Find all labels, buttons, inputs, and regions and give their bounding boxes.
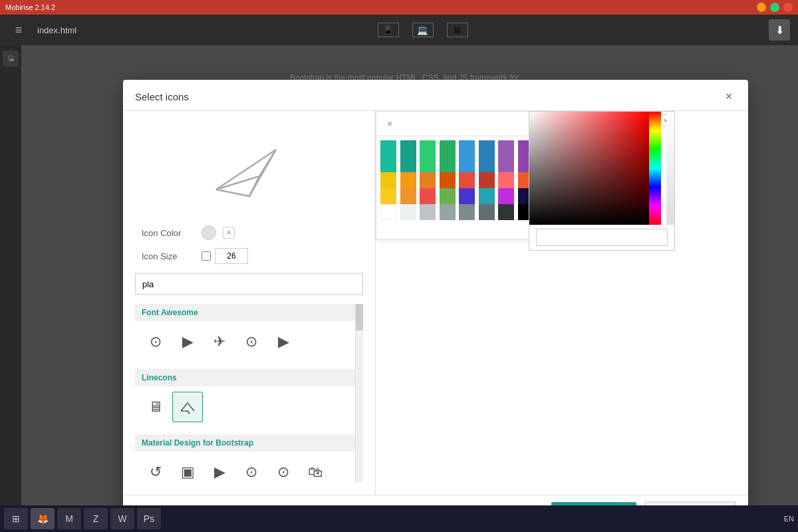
color-swatch[interactable] (459, 156, 475, 172)
icon-color-control: Icon Color × (142, 225, 356, 240)
search-input[interactable] (135, 273, 363, 295)
mobile-view-button[interactable]: 📱 (378, 23, 399, 37)
color-swatch[interactable] (459, 140, 475, 156)
color-swatch[interactable] (420, 204, 436, 220)
browser-taskbar-item[interactable]: 🦊 (31, 508, 55, 529)
color-swatch[interactable] (400, 188, 416, 204)
color-swatch[interactable] (479, 204, 495, 220)
left-panel: Icon Color × Icon Size (123, 111, 376, 495)
svg-line-1 (188, 411, 190, 414)
insert-icon-button[interactable]: INSERT ICON (551, 502, 636, 505)
color-swatch[interactable] (420, 172, 436, 188)
view-controls: 📱 💻 🖥 (84, 23, 761, 37)
color-swatch[interactable] (420, 188, 436, 204)
word-taskbar-item[interactable]: W (110, 508, 134, 529)
color-swatch[interactable] (459, 188, 475, 204)
font-awesome-icons: ⊙ ▶ ✈ ⊙ ▶ (135, 321, 355, 362)
material-design-section: Material Design for Bootstrap ↺ ▣ ▶ ⊙ ⊙ … (135, 434, 355, 483)
color-swatch[interactable] (380, 140, 396, 156)
color-swatch[interactable] (380, 172, 396, 188)
color-swatch[interactable] (420, 156, 436, 172)
svg-rect-3 (529, 112, 649, 225)
ps-taskbar-item[interactable]: Ps (137, 508, 161, 529)
color-swatch[interactable] (440, 204, 456, 220)
icon-cell[interactable]: ⊙ (268, 457, 299, 483)
tablet-view-button[interactable]: 💻 (412, 23, 434, 37)
color-swatch[interactable] (380, 156, 396, 172)
color-swatch[interactable] (479, 172, 495, 188)
advanced-color-picker: × (529, 111, 675, 251)
file-title: index.html (37, 25, 76, 35)
window-controls (757, 3, 793, 12)
icon-cell[interactable]: ↺ (140, 457, 171, 483)
color-swatch[interactable] (498, 172, 514, 188)
icon-cell[interactable]: ⊙ (236, 327, 267, 357)
desktop-view-button[interactable]: 🖥 (447, 23, 468, 37)
minimize-button[interactable] (757, 3, 766, 12)
remove-icon-button[interactable]: REMOVE ICON (644, 501, 736, 505)
icon-cell[interactable]: ⊙ (140, 327, 171, 357)
icon-preview-area (135, 123, 363, 216)
color-panel-close-button[interactable]: × (383, 117, 396, 130)
color-swatch[interactable] (400, 172, 416, 188)
icon-color-label: Icon Color (142, 228, 195, 238)
color-swatch[interactable] (459, 204, 475, 220)
icon-size-control: Icon Size (142, 248, 356, 264)
color-swatch[interactable] (498, 140, 514, 156)
icons-list-area: Font Awesome ⊙ ▶ ✈ ⊙ ▶ Linecons (135, 304, 363, 483)
select-icons-dialog: Select icons × Icon C (123, 80, 748, 505)
icon-cell[interactable]: ▶ (268, 327, 299, 357)
color-swatch[interactable] (400, 156, 416, 172)
icon-cell[interactable]: ⊙ (236, 457, 267, 483)
header-right: ⬇ (769, 19, 790, 41)
dialog-body: Icon Color × Icon Size (123, 111, 748, 495)
color-swatch[interactable] (440, 156, 456, 172)
main-content: 🌤 Bootstrap is the most popular HTML, CS… (0, 45, 798, 505)
color-swatch[interactable] (380, 188, 396, 204)
color-swatch[interactable] (459, 172, 475, 188)
icon-cell[interactable]: ▶ (204, 457, 235, 483)
paper-plane-preview (209, 136, 289, 203)
color-hex-input[interactable] (536, 229, 668, 246)
mobirise-taskbar-item[interactable]: M (57, 508, 81, 529)
icon-cell[interactable]: ✈ (204, 327, 235, 357)
filezilla-taskbar-item[interactable]: Z (84, 508, 108, 529)
icons-scroll: Font Awesome ⊙ ▶ ✈ ⊙ ▶ Linecons (135, 304, 355, 483)
color-swatch[interactable] (479, 188, 495, 204)
taskbar-top: Mobirise 2.14.2 (0, 0, 798, 15)
color-swatch[interactable] (498, 156, 514, 172)
hamburger-icon[interactable]: ≡ (15, 23, 23, 37)
dialog-header: Select icons × (123, 80, 748, 111)
icon-size-label: Icon Size (142, 251, 195, 261)
color-swatch[interactable] (498, 188, 514, 204)
color-swatch[interactable] (420, 140, 436, 156)
color-gradient-canvas[interactable] (529, 112, 674, 225)
icon-cell[interactable]: ▶ (172, 327, 203, 357)
color-swatch[interactable] (400, 204, 416, 220)
color-swatch[interactable] (380, 204, 396, 220)
start-button[interactable]: ⊞ (4, 508, 28, 529)
dialog-footer: INSERT ICON REMOVE ICON (123, 495, 748, 505)
close-window-button[interactable] (783, 3, 793, 12)
header-left: ≡ (8, 23, 29, 37)
font-awesome-header: Font Awesome (135, 304, 355, 321)
icon-color-swatch[interactable] (201, 225, 216, 240)
color-swatch[interactable] (479, 156, 495, 172)
size-checkbox[interactable] (201, 251, 211, 261)
scroll-bar[interactable] (355, 304, 363, 483)
size-input[interactable] (215, 248, 248, 264)
icon-cell[interactable]: 🛍 (300, 457, 331, 483)
color-swatch[interactable] (400, 140, 416, 156)
download-button[interactable]: ⬇ (769, 19, 790, 41)
color-swatch[interactable] (440, 140, 456, 156)
dialog-close-button[interactable]: × (722, 89, 736, 104)
maximize-button[interactable] (770, 3, 779, 12)
icon-cell[interactable]: ▣ (172, 457, 203, 483)
color-swatch[interactable] (440, 188, 456, 204)
icon-cell[interactable]: 🖥 (140, 392, 171, 422)
icon-color-close-button[interactable]: × (223, 227, 235, 239)
color-swatch[interactable] (498, 204, 514, 220)
color-swatch[interactable] (440, 172, 456, 188)
color-swatch[interactable] (479, 140, 495, 156)
icon-cell-selected[interactable] (172, 392, 203, 422)
